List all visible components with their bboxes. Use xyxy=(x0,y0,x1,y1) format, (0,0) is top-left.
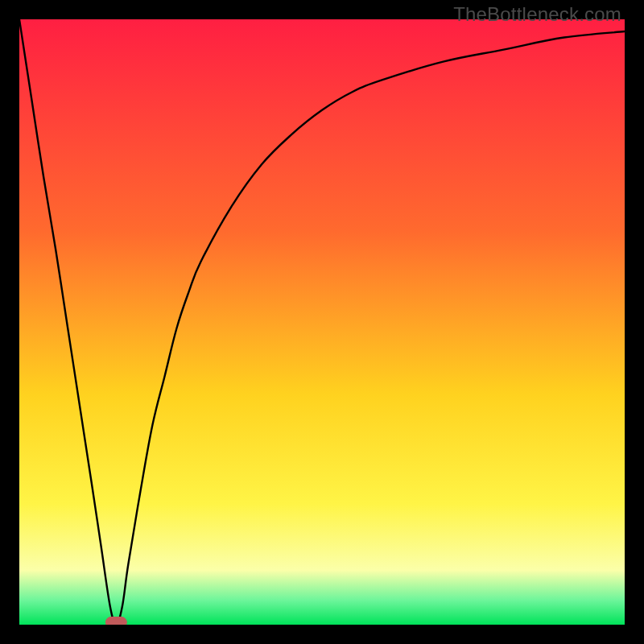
watermark-text: TheBottleneck.com xyxy=(453,3,621,26)
chart-frame: TheBottleneck.com xyxy=(0,0,644,644)
minimum-marker-icon xyxy=(105,617,126,625)
bottleneck-curve xyxy=(19,19,625,625)
plot-area xyxy=(19,19,625,625)
